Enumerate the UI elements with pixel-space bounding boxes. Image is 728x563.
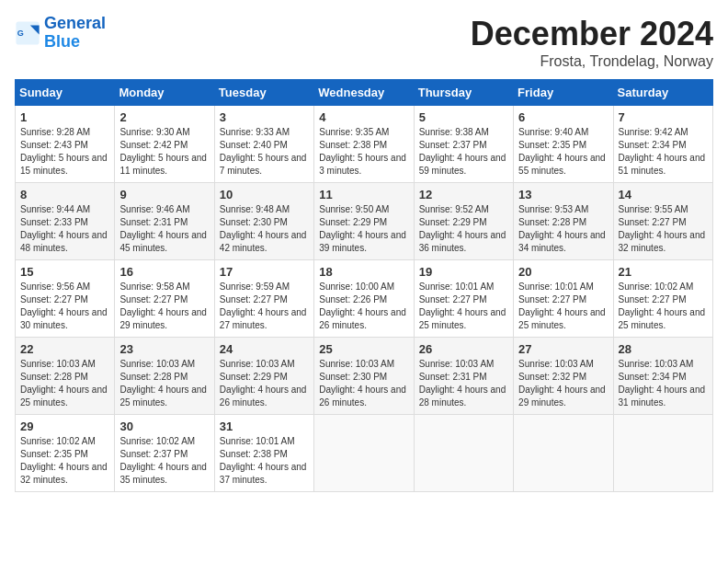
day-number: 3 [220, 110, 309, 124]
daylight-label: Daylight: 4 hours and 37 minutes. [220, 462, 307, 485]
day-number: 31 [220, 419, 309, 433]
day-info: Sunrise: 9:55 AM Sunset: 2:27 PM Dayligh… [619, 203, 708, 255]
daylight-label: Daylight: 4 hours and 31 minutes. [619, 385, 706, 408]
calendar-cell: 4 Sunrise: 9:35 AM Sunset: 2:38 PM Dayli… [314, 106, 414, 183]
day-info: Sunrise: 9:40 AM Sunset: 2:35 PM Dayligh… [518, 126, 608, 178]
day-number: 21 [619, 265, 708, 279]
calendar-week-row: 1 Sunrise: 9:28 AM Sunset: 2:43 PM Dayli… [16, 106, 713, 183]
sunset-label: Sunset: 2:27 PM [20, 294, 88, 304]
day-info: Sunrise: 9:44 AM Sunset: 2:33 PM Dayligh… [20, 203, 109, 255]
day-info: Sunrise: 9:28 AM Sunset: 2:43 PM Dayligh… [20, 126, 109, 178]
sunset-label: Sunset: 2:40 PM [220, 140, 288, 150]
sunrise-label: Sunrise: 9:35 AM [319, 127, 389, 137]
sunrise-label: Sunrise: 10:03 AM [619, 359, 694, 369]
sunrise-label: Sunrise: 10:01 AM [518, 282, 594, 292]
day-info: Sunrise: 10:03 AM Sunset: 2:29 PM Daylig… [220, 358, 309, 409]
day-info: Sunrise: 9:48 AM Sunset: 2:30 PM Dayligh… [220, 203, 309, 255]
day-number: 29 [20, 419, 109, 433]
day-info: Sunrise: 10:01 AM Sunset: 2:38 PM Daylig… [220, 435, 309, 487]
sunset-label: Sunset: 2:38 PM [220, 449, 288, 459]
daylight-label: Daylight: 4 hours and 59 minutes. [419, 153, 506, 176]
day-info: Sunrise: 10:02 AM Sunset: 2:35 PM Daylig… [20, 435, 109, 487]
calendar-cell: 20 Sunrise: 10:01 AM Sunset: 2:27 PM Day… [514, 260, 613, 338]
day-info: Sunrise: 9:33 AM Sunset: 2:40 PM Dayligh… [220, 126, 309, 178]
sunset-label: Sunset: 2:34 PM [619, 140, 687, 150]
daylight-label: Daylight: 4 hours and 25 minutes. [619, 307, 706, 330]
day-info: Sunrise: 9:52 AM Sunset: 2:29 PM Dayligh… [419, 203, 508, 255]
day-number: 12 [419, 188, 508, 201]
daylight-label: Daylight: 4 hours and 25 minutes. [518, 307, 606, 330]
day-number: 1 [20, 110, 109, 124]
day-number: 27 [518, 342, 608, 356]
sunrise-label: Sunrise: 10:01 AM [419, 282, 495, 292]
sunrise-label: Sunrise: 9:52 AM [419, 204, 489, 214]
calendar-cell: 27 Sunrise: 10:03 AM Sunset: 2:32 PM Day… [514, 338, 613, 415]
sunset-label: Sunset: 2:35 PM [20, 449, 88, 459]
sunset-label: Sunset: 2:30 PM [319, 372, 387, 382]
sunrise-label: Sunrise: 10:03 AM [119, 359, 195, 369]
daylight-label: Daylight: 4 hours and 51 minutes. [619, 153, 706, 176]
day-number: 15 [20, 265, 109, 279]
calendar-cell: 21 Sunrise: 10:02 AM Sunset: 2:27 PM Day… [613, 260, 712, 338]
calendar-cell: 8 Sunrise: 9:44 AM Sunset: 2:33 PM Dayli… [16, 183, 115, 260]
daylight-label: Daylight: 4 hours and 36 minutes. [419, 230, 506, 253]
day-info: Sunrise: 9:42 AM Sunset: 2:34 PM Dayligh… [619, 126, 708, 178]
day-info: Sunrise: 9:35 AM Sunset: 2:38 PM Dayligh… [319, 126, 408, 178]
daylight-label: Daylight: 4 hours and 30 minutes. [20, 307, 108, 330]
calendar-cell: 14 Sunrise: 9:55 AM Sunset: 2:27 PM Dayl… [613, 183, 712, 260]
day-number: 11 [319, 188, 408, 201]
sunrise-label: Sunrise: 9:33 AM [220, 127, 290, 137]
day-info: Sunrise: 10:02 AM Sunset: 2:27 PM Daylig… [619, 281, 708, 332]
day-info: Sunrise: 10:03 AM Sunset: 2:34 PM Daylig… [619, 358, 708, 409]
daylight-label: Daylight: 4 hours and 35 minutes. [119, 462, 207, 485]
day-info: Sunrise: 9:56 AM Sunset: 2:27 PM Dayligh… [20, 281, 109, 332]
sunset-label: Sunset: 2:37 PM [419, 140, 487, 150]
sunrise-label: Sunrise: 9:30 AM [119, 127, 189, 137]
sunrise-label: Sunrise: 9:44 AM [20, 204, 90, 214]
day-info: Sunrise: 9:30 AM Sunset: 2:42 PM Dayligh… [119, 126, 209, 178]
sunrise-label: Sunrise: 9:48 AM [220, 204, 290, 214]
sunset-label: Sunset: 2:27 PM [619, 294, 687, 304]
daylight-label: Daylight: 4 hours and 39 minutes. [319, 230, 406, 253]
calendar-cell: 23 Sunrise: 10:03 AM Sunset: 2:28 PM Day… [115, 338, 214, 415]
daylight-label: Daylight: 4 hours and 26 minutes. [319, 307, 406, 330]
day-info: Sunrise: 9:50 AM Sunset: 2:29 PM Dayligh… [319, 203, 408, 255]
day-number: 16 [119, 265, 209, 279]
title-section: December 2024 Frosta, Trondelag, Norway [471, 15, 713, 70]
sunset-label: Sunset: 2:31 PM [419, 372, 487, 382]
day-info: Sunrise: 10:03 AM Sunset: 2:30 PM Daylig… [319, 358, 408, 409]
sunrise-label: Sunrise: 9:53 AM [518, 204, 588, 214]
page-subtitle: Frosta, Trondelag, Norway [471, 53, 713, 70]
sunset-label: Sunset: 2:28 PM [20, 372, 88, 382]
calendar-cell: 18 Sunrise: 10:00 AM Sunset: 2:26 PM Day… [314, 260, 414, 338]
day-number: 5 [419, 110, 508, 124]
daylight-label: Daylight: 4 hours and 34 minutes. [518, 230, 606, 253]
sunset-label: Sunset: 2:34 PM [619, 372, 687, 382]
day-number: 10 [220, 188, 309, 201]
calendar-weekday-thursday: Thursday [414, 80, 513, 106]
daylight-label: Daylight: 4 hours and 25 minutes. [119, 385, 207, 408]
sunset-label: Sunset: 2:27 PM [119, 294, 188, 304]
calendar-weekday-saturday: Saturday [613, 80, 712, 106]
daylight-label: Daylight: 5 hours and 7 minutes. [220, 153, 307, 176]
day-info: Sunrise: 10:02 AM Sunset: 2:37 PM Daylig… [119, 435, 209, 487]
daylight-label: Daylight: 4 hours and 55 minutes. [518, 153, 606, 176]
sunset-label: Sunset: 2:38 PM [319, 140, 387, 150]
calendar-cell: 2 Sunrise: 9:30 AM Sunset: 2:42 PM Dayli… [115, 106, 214, 183]
calendar-cell: 10 Sunrise: 9:48 AM Sunset: 2:30 PM Dayl… [214, 183, 313, 260]
sunset-label: Sunset: 2:32 PM [518, 372, 586, 382]
day-number: 18 [319, 265, 408, 279]
calendar-table: SundayMondayTuesdayWednesdayThursdayFrid… [15, 79, 713, 492]
day-number: 30 [119, 419, 209, 433]
day-number: 19 [419, 265, 508, 279]
sunset-label: Sunset: 2:29 PM [220, 372, 288, 382]
day-number: 13 [518, 188, 608, 201]
day-number: 24 [220, 342, 309, 356]
day-number: 17 [220, 265, 309, 279]
day-info: Sunrise: 9:38 AM Sunset: 2:37 PM Dayligh… [419, 126, 508, 178]
calendar-cell: 26 Sunrise: 10:03 AM Sunset: 2:31 PM Day… [414, 338, 513, 415]
daylight-label: Daylight: 4 hours and 28 minutes. [419, 385, 506, 408]
sunset-label: Sunset: 2:29 PM [319, 217, 387, 227]
calendar-cell: 5 Sunrise: 9:38 AM Sunset: 2:37 PM Dayli… [414, 106, 513, 183]
calendar-week-row: 22 Sunrise: 10:03 AM Sunset: 2:28 PM Day… [16, 338, 713, 415]
